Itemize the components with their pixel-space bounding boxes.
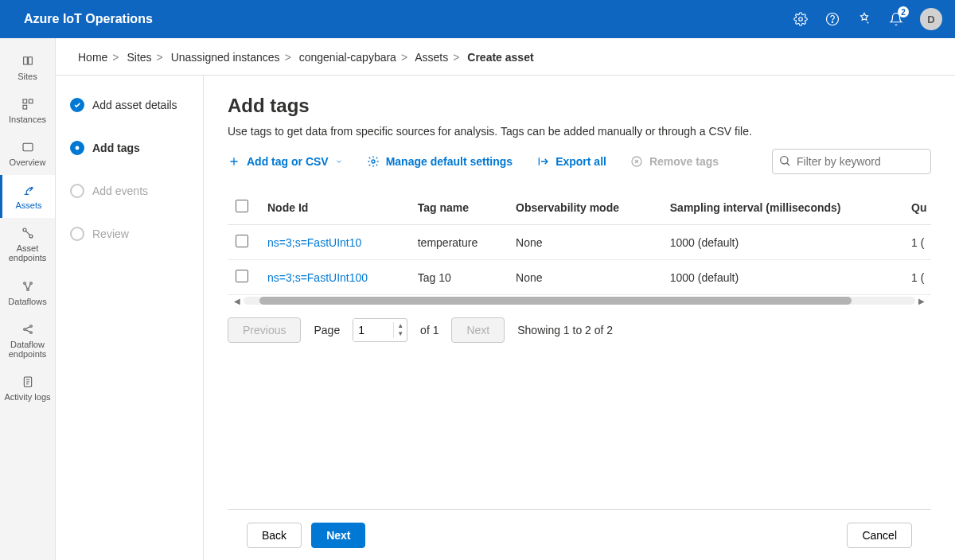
crumb-unassigned[interactable]: Unassigned instances (171, 51, 280, 64)
remove-label: Remove tags (649, 155, 719, 168)
step-add-events[interactable]: Add events (70, 184, 189, 198)
robot-arm-icon (21, 183, 36, 197)
col-tag-name[interactable]: Tag name (410, 190, 508, 225)
svg-point-18 (372, 160, 375, 163)
nav-dataflows[interactable]: Dataflows (0, 271, 55, 314)
page-input[interactable] (353, 319, 393, 341)
nav-instances[interactable]: Instances (0, 89, 55, 132)
flow-icon (21, 279, 35, 294)
crumb-home[interactable]: Home (78, 51, 107, 64)
search-icon (778, 154, 791, 167)
nav-label: Asset endpoints (3, 243, 52, 262)
help-icon[interactable] (824, 11, 840, 27)
nav-label: Instances (9, 115, 46, 124)
svg-rect-5 (23, 105, 27, 109)
horizontal-scrollbar[interactable]: ◀ ▶ (228, 295, 931, 306)
step-review[interactable]: Review (70, 227, 189, 241)
svg-point-14 (29, 325, 32, 327)
nav-overview[interactable]: Overview (0, 132, 55, 175)
step-indicator-icon (70, 227, 84, 241)
svg-point-11 (29, 282, 32, 284)
export-all-button[interactable]: Export all (536, 155, 606, 168)
step-indicator-icon (70, 184, 84, 198)
cell-queue: 1 ( (903, 260, 931, 295)
col-sampling[interactable]: Sampling interval (milliseconds) (662, 190, 903, 225)
avatar[interactable]: D (920, 8, 942, 30)
previous-button: Previous (228, 317, 301, 343)
flow-endpoint-icon (21, 322, 35, 336)
manage-label: Manage default settings (386, 155, 513, 168)
row-checkbox[interactable] (236, 235, 248, 247)
svg-point-17 (76, 146, 80, 150)
log-icon (21, 375, 35, 389)
header: Azure IoT Operations 2 D (0, 0, 955, 38)
grid-icon (21, 97, 35, 111)
crumb-instance[interactable]: congenial-capybara (299, 51, 396, 64)
step-label: Review (92, 228, 129, 240)
remove-tags-button: Remove tags (630, 155, 719, 168)
cell-tag-name: temperature (410, 225, 508, 260)
svg-point-13 (23, 328, 25, 330)
filter-input[interactable] (772, 149, 931, 174)
table-row[interactable]: ns=3;s=FastUInt10 temperature None 1000 … (228, 225, 931, 260)
nav-label: Dataflow endpoints (3, 340, 52, 359)
nav-activity-logs[interactable]: Activity logs (0, 367, 55, 410)
col-observability[interactable]: Observability mode (508, 190, 662, 225)
nav-label: Activity logs (4, 392, 50, 402)
svg-rect-4 (29, 99, 33, 103)
nav-label: Assets (15, 200, 41, 210)
page-stepper[interactable]: ▲▼ (353, 318, 407, 342)
chevron-down-icon (335, 158, 343, 165)
of-total: of 1 (420, 324, 439, 336)
step-add-details[interactable]: Add asset details (70, 98, 189, 112)
nav-dataflow-endpoints[interactable]: Dataflow endpoints (0, 314, 55, 367)
nav-sites[interactable]: Sites (0, 46, 55, 89)
cell-observability: None (508, 260, 662, 295)
crumb-sites[interactable]: Sites (127, 51, 151, 64)
nav-label: Overview (10, 158, 46, 167)
nav-asset-endpoints[interactable]: Asset endpoints (0, 218, 55, 270)
nav-assets[interactable]: Assets (0, 175, 55, 218)
step-indicator-active-icon (70, 141, 84, 155)
wizard-footer: Back Next Cancel (228, 509, 931, 560)
panel-icon (21, 140, 35, 154)
col-queue[interactable]: Qu (903, 190, 931, 225)
step-add-tags[interactable]: Add tags (70, 141, 189, 155)
wizard-steps: Add asset details Add tags Add events (56, 76, 204, 560)
showing-text: Showing 1 to 2 of 2 (517, 324, 613, 336)
stepper-down-icon[interactable]: ▼ (394, 330, 407, 338)
row-checkbox[interactable] (236, 270, 248, 282)
page-description: Use tags to get data from specific sourc… (228, 125, 931, 138)
back-button[interactable]: Back (247, 523, 302, 548)
toolbar: Add tag or CSV Manage default settings E… (228, 149, 931, 174)
add-tag-button[interactable]: Add tag or CSV (228, 155, 343, 168)
step-label: Add asset details (92, 99, 177, 111)
table-row[interactable]: ns=3;s=FastUInt100 Tag 10 None 1000 (def… (228, 260, 931, 295)
cancel-button[interactable]: Cancel (847, 523, 912, 548)
stepper-up-icon[interactable]: ▲ (394, 322, 407, 330)
col-node-id[interactable]: Node Id (259, 190, 410, 225)
svg-point-7 (31, 188, 33, 189)
manage-defaults-button[interactable]: Manage default settings (367, 155, 513, 168)
scroll-left-icon[interactable]: ◀ (231, 297, 244, 305)
svg-point-0 (799, 18, 803, 21)
cell-node-id[interactable]: ns=3;s=FastUInt10 (259, 225, 410, 260)
scroll-right-icon[interactable]: ▶ (915, 297, 928, 305)
step-label: Add events (92, 185, 148, 197)
crumb-assets[interactable]: Assets (415, 51, 448, 64)
nav-label: Sites (18, 72, 37, 81)
cell-tag-name: Tag 10 (410, 260, 508, 295)
select-all-checkbox[interactable] (236, 200, 248, 212)
header-actions: 2 D (793, 8, 942, 30)
feedback-icon[interactable] (856, 11, 872, 27)
nav-label: Dataflows (8, 297, 46, 306)
pagination: Previous Page ▲▼ of 1 Next Showing 1 to … (228, 306, 931, 359)
page-label: Page (314, 324, 340, 336)
left-nav: Sites Instances Overview Assets Asset en… (0, 38, 56, 560)
notifications-icon[interactable]: 2 (888, 11, 904, 27)
breadcrumb: Home> Sites> Unassigned instances> conge… (56, 38, 955, 76)
cell-node-id[interactable]: ns=3;s=FastUInt100 (259, 260, 410, 295)
cell-sampling: 1000 (default) (662, 225, 903, 260)
next-button[interactable]: Next (311, 523, 365, 548)
settings-icon[interactable] (793, 11, 809, 27)
